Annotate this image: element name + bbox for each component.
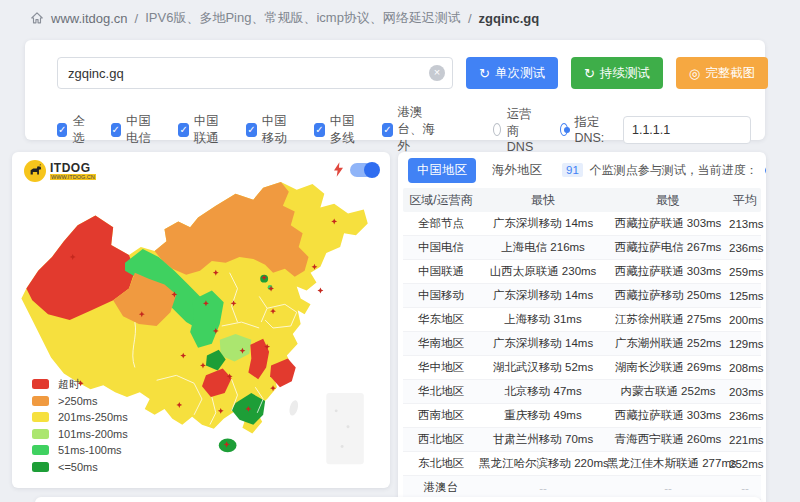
legend-label: 51ms-100ms — [58, 444, 122, 456]
radio-specified-dns[interactable] — [560, 123, 568, 136]
results-table: 区域/运营商最快最慢平均 全部节点广东深圳移动 14ms西藏拉萨联通 303ms… — [403, 188, 761, 500]
checkbox-box[interactable]: ✓ — [178, 123, 188, 137]
table-cell: 中国移动 — [403, 288, 479, 303]
checkbox-box[interactable]: ✓ — [314, 123, 324, 137]
table-cell: 西藏拉萨联通 303ms — [607, 408, 729, 423]
checkbox-item[interactable]: ✓中国联通 — [178, 113, 224, 147]
legend-item: 51ms-100ms — [32, 442, 128, 459]
breadcrumb-current: zgqinc.gq — [479, 11, 540, 26]
table-cell: 内蒙古联通 252ms — [607, 384, 729, 399]
legend-item: >250ms — [32, 393, 128, 410]
table-cell: 全部节点 — [403, 216, 479, 231]
table-cell: 华中地区 — [403, 360, 479, 375]
legend-item: 201ms-250ms — [32, 409, 128, 426]
legend-label: <=50ms — [58, 461, 98, 473]
table-body: 全部节点广东深圳移动 14ms西藏拉萨联通 303ms213ms中国电信上海电信… — [403, 212, 761, 500]
host-input-wrap: × — [57, 57, 453, 89]
radio-carrier-dns-label: 运营商DNS — [507, 106, 543, 154]
checkbox-box[interactable]: ✓ — [246, 123, 256, 137]
map-card: ITDOG WWW.ITDOG.CN — [12, 152, 390, 488]
single-test-label: 单次测试 — [495, 65, 545, 82]
checkbox-item[interactable]: ✓港澳台、海外 — [382, 104, 445, 155]
toggle-knob — [364, 162, 380, 178]
itdog-logo: ITDOG WWW.ITDOG.CN — [24, 160, 96, 182]
table-cell: 208ms — [729, 362, 764, 374]
continuous-test-label: 持续测试 — [600, 65, 650, 82]
legend-swatch — [32, 445, 49, 455]
table-cell: 西北地区 — [403, 432, 479, 447]
screenshot-button[interactable]: ◎ 完整截图 — [676, 57, 768, 89]
table-cell: 236ms — [729, 410, 764, 422]
checkbox-box[interactable]: ✓ — [57, 123, 67, 137]
dns-input[interactable] — [623, 116, 751, 144]
table-cell: 西藏拉萨联通 303ms — [607, 216, 729, 231]
table-cell: 重庆移动 49ms — [479, 408, 607, 423]
table-cell: 广东深圳移动 14ms — [479, 216, 607, 231]
tab-overseas-region[interactable]: 海外地区 — [483, 158, 551, 183]
progress-caption: 个监测点参与测试，当前进度： — [590, 162, 758, 179]
legend-swatch — [32, 412, 49, 422]
table-cell: 125ms — [729, 290, 764, 302]
legend-swatch — [32, 396, 49, 406]
column-header: 平均 — [729, 192, 761, 209]
table-cell: 港澳台 — [403, 480, 479, 495]
clear-input-icon[interactable]: × — [429, 65, 445, 81]
checkbox-item[interactable]: ✓中国多线 — [314, 113, 360, 147]
progress-bar: 99% — [765, 164, 766, 177]
table-cell: 广东深圳移动 14ms — [479, 288, 607, 303]
screenshot-label: 完整截图 — [705, 65, 755, 82]
radio-carrier-dns[interactable] — [493, 123, 501, 136]
table-cell: 252ms — [729, 458, 764, 470]
table-cell: 中国电信 — [403, 240, 479, 255]
table-cell: 黑龙江佳木斯联通 277ms — [607, 456, 729, 471]
single-test-button[interactable]: ↻ 单次测试 — [466, 57, 558, 89]
table-cell: 西藏拉萨电信 267ms — [607, 240, 729, 255]
checkbox-label: 全选 — [72, 113, 88, 147]
table-row: 西北地区甘肃兰州移动 70ms青海西宁联通 260ms221ms — [403, 428, 761, 452]
map-theme-toggle[interactable] — [350, 163, 378, 177]
table-cell: 黑龙江哈尔滨移动 220ms — [479, 456, 607, 471]
checkbox-box[interactable]: ✓ — [382, 123, 392, 137]
continuous-test-button[interactable]: ↻ 持续测试 — [571, 57, 663, 89]
results-card: 中国地区 海外地区 91 个监测点参与测试，当前进度： 99% 区域/运营商最快… — [398, 152, 766, 502]
table-cell: 北京移动 47ms — [479, 384, 607, 399]
table-row: 中国联通山西太原联通 230ms西藏拉萨联通 303ms259ms — [403, 260, 761, 284]
legend-swatch — [32, 379, 49, 389]
table-cell: 西南地区 — [403, 408, 479, 423]
camera-icon: ◎ — [689, 66, 700, 81]
table-header: 区域/运营商最快最慢平均 — [403, 188, 761, 212]
table-cell: 湖南长沙联通 269ms — [607, 360, 729, 375]
checkbox-item[interactable]: ✓中国移动 — [246, 113, 292, 147]
map-tools — [334, 162, 378, 177]
lightning-icon[interactable] — [334, 162, 343, 177]
table-cell: 华东地区 — [403, 312, 479, 327]
tab-china-region[interactable]: 中国地区 — [408, 158, 476, 183]
breadcrumb-site[interactable]: www.itdog.cn — [51, 11, 128, 26]
legend-label: 超时 — [58, 377, 80, 392]
column-header: 最快 — [479, 192, 607, 209]
checkbox-group: ✓全选✓中国电信✓中国联通✓中国移动✓中国多线✓港澳台、海外 — [57, 104, 467, 155]
table-cell: 甘肃兰州移动 70ms — [479, 432, 607, 447]
table-row: 全部节点广东深圳移动 14ms西藏拉萨联通 303ms213ms — [403, 212, 761, 236]
checkbox-box[interactable]: ✓ — [111, 123, 121, 137]
host-input[interactable] — [57, 57, 453, 89]
input-row: × ↻ 单次测试 ↻ 持续测试 ◎ 完整截图 — [57, 57, 768, 89]
table-cell: 广东深圳移动 14ms — [479, 336, 607, 351]
checkbox-item[interactable]: ✓全选 — [57, 113, 89, 147]
progress-label: 99% — [765, 164, 766, 177]
checkbox-label: 中国多线 — [330, 113, 361, 147]
checkbox-label: 中国联通 — [194, 113, 225, 147]
checkbox-item[interactable]: ✓中国电信 — [111, 113, 157, 147]
results-header: 中国地区 海外地区 91 个监测点参与测试，当前进度： 99% — [398, 152, 766, 188]
home-icon[interactable] — [30, 11, 44, 25]
table-cell: 江苏徐州联通 275ms — [607, 312, 729, 327]
legend-swatch — [32, 429, 49, 439]
column-header: 最慢 — [607, 192, 729, 209]
table-cell: 203ms — [729, 386, 764, 398]
table-cell: 西藏拉萨移动 250ms — [607, 288, 729, 303]
table-cell: 259ms — [729, 266, 764, 278]
page: www.itdog.cn / IPV6版、多地Ping、常规版、icmp协议、网… — [0, 0, 800, 502]
refresh-icon: ↻ — [479, 66, 490, 81]
next-section-card — [35, 497, 761, 502]
table-row: 中国电信上海电信 216ms西藏拉萨电信 267ms236ms — [403, 236, 761, 260]
